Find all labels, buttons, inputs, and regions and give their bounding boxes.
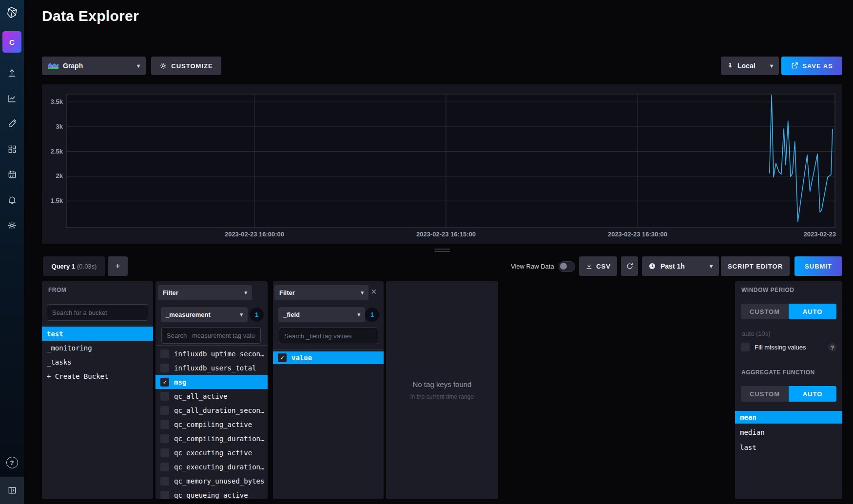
field-key-label: _field [283, 311, 300, 318]
auto-option[interactable]: AUTO [789, 386, 836, 402]
alerts-bell-icon[interactable] [0, 191, 24, 209]
script-editor-button[interactable]: SCRIPT EDITOR [721, 256, 790, 276]
measurement-search-input[interactable] [161, 327, 261, 344]
load-data-upload-icon[interactable] [0, 64, 24, 82]
measurement-item[interactable]: influxdb_users_total [155, 361, 268, 375]
csv-label: CSV [596, 263, 611, 270]
unchecked-checkbox[interactable] [160, 491, 169, 500]
measurement-item[interactable]: qc_compiling_duration… [155, 431, 268, 446]
auto-option[interactable]: AUTO [789, 304, 836, 319]
window-period-mode-toggle[interactable]: CUSTOM AUTO [741, 304, 836, 319]
gear-icon [159, 62, 167, 70]
aggregate-function-item[interactable]: median [735, 426, 842, 439]
download-icon [585, 263, 593, 270]
custom-option[interactable]: CUSTOM [741, 304, 789, 319]
time-range-dropdown[interactable]: Past 1h ▾ [642, 256, 719, 276]
x-axis-tick-label: 2023-02-23 16:00:00 [225, 231, 284, 238]
window-period-panel: WINDOW PERIOD CUSTOM AUTO auto (10s) Fil… [735, 281, 842, 499]
help-icon[interactable]: ? [0, 454, 24, 471]
aggregate-mode-toggle[interactable]: CUSTOM AUTO [741, 386, 836, 402]
auto-window-value: auto (10s) [742, 330, 771, 337]
csv-download-button[interactable]: CSV [579, 256, 617, 276]
bucket-search-input[interactable] [47, 304, 148, 321]
data-explorer-chart-icon[interactable] [0, 90, 24, 107]
chevron-down-icon: ▾ [361, 290, 364, 296]
bucket-item[interactable]: _tasks [42, 355, 153, 369]
fill-missing-checkbox[interactable] [741, 343, 750, 351]
customize-button[interactable]: CUSTOMIZE [151, 57, 221, 75]
measurement-item-label: qc_executing_duration… [174, 463, 264, 471]
unchecked-checkbox[interactable] [160, 434, 169, 443]
dashboards-grid-icon[interactable] [0, 140, 24, 158]
chevron-down-icon: ▾ [137, 62, 140, 69]
measurement-item-label: influxdb_uptime_secon… [174, 350, 264, 358]
notebooks-pencil-icon[interactable] [0, 115, 24, 133]
selected-count-badge: 1 [365, 308, 379, 322]
field-list: ✓value [273, 351, 384, 364]
submit-button[interactable]: SUBMIT [795, 256, 842, 276]
unchecked-checkbox[interactable] [160, 463, 169, 471]
unchecked-checkbox[interactable] [160, 349, 169, 358]
measurement-item[interactable]: ✓msg [155, 375, 268, 389]
resize-drag-handle[interactable] [434, 249, 450, 253]
tasks-calendar-icon[interactable] [0, 166, 24, 183]
unchecked-checkbox[interactable] [160, 364, 169, 372]
unchecked-checkbox[interactable] [160, 406, 169, 415]
bucket-item[interactable]: test [42, 327, 153, 341]
aggregate-function-item-label: mean [740, 413, 756, 421]
add-query-button[interactable]: + [108, 256, 128, 276]
time-series-chart[interactable]: 3.5k3k2.5k2k1.5k2023-02-23 16:00:002023-… [42, 84, 842, 244]
aggregate-function-item[interactable]: last [735, 441, 842, 454]
bucket-item[interactable]: + Create Bucket [42, 369, 153, 383]
measurement-item[interactable]: qc_memory_unused_bytes [155, 474, 268, 488]
measurement-item-label: qc_executing_active [174, 449, 252, 457]
measurement-item[interactable]: qc_executing_active [155, 446, 268, 460]
checked-checkbox[interactable]: ✓ [278, 353, 287, 362]
measurement-item[interactable]: influxdb_uptime_secon… [155, 347, 268, 361]
filter-type-dropdown[interactable]: Filter ▾ [158, 285, 252, 300]
measurement-item[interactable]: qc_all_active [155, 389, 268, 403]
measurement-item-label: qc_memory_unused_bytes [174, 477, 264, 485]
unchecked-checkbox[interactable] [160, 392, 169, 401]
bucket-item-label: _monitoring [47, 344, 92, 352]
org-avatar[interactable]: C [2, 31, 21, 53]
unchecked-checkbox[interactable] [160, 448, 169, 457]
filter-type-dropdown[interactable]: Filter ▾ [274, 285, 368, 300]
bucket-item[interactable]: _monitoring [42, 341, 153, 355]
refresh-icon [626, 262, 634, 270]
divider [273, 349, 384, 350]
measurement-item-label: influxdb_users_total [174, 364, 256, 372]
query-tab[interactable]: Query 1 (0.03s) [43, 256, 105, 276]
custom-option[interactable]: CUSTOM [741, 386, 789, 402]
field-item[interactable]: ✓value [273, 351, 384, 364]
expand-sidebar-icon[interactable] [7, 485, 17, 495]
tag-keys-empty-panel: No tag keys found in the current time ra… [386, 281, 498, 499]
field-key-dropdown[interactable]: _field ▾ [278, 307, 365, 322]
field-search-input[interactable] [279, 328, 378, 344]
measurement-item[interactable]: qc_executing_duration… [155, 460, 268, 474]
aggregate-function-item[interactable]: mean [735, 411, 842, 424]
checked-checkbox[interactable]: ✓ [160, 378, 169, 387]
influxdb-logo-icon[interactable] [0, 4, 24, 21]
save-as-button[interactable]: SAVE AS [781, 57, 842, 75]
empty-state-title: No tag keys found [413, 380, 472, 388]
graph-type-dropdown[interactable]: Graph ▾ [42, 57, 146, 75]
refresh-button[interactable] [621, 256, 638, 276]
close-filter-icon[interactable]: × [371, 286, 377, 297]
measurement-item[interactable]: qc_compiling_active [155, 417, 268, 431]
page-title: Data Explorer [42, 8, 139, 24]
y-axis-tick-label: 2.5k [51, 148, 63, 155]
measurement-item-label: qc_compiling_duration… [174, 435, 264, 443]
y-axis-tick-label: 3.5k [51, 98, 63, 105]
measurement-item[interactable]: qc_all_duration_secon… [155, 403, 268, 417]
plot-area[interactable] [67, 94, 835, 228]
unchecked-checkbox[interactable] [160, 420, 169, 429]
measurement-item[interactable]: qc_queueing_active [155, 488, 268, 499]
help-tooltip-icon[interactable]: ? [828, 343, 836, 351]
measurement-key-dropdown[interactable]: _measurement ▾ [161, 307, 248, 322]
settings-gear-icon[interactable] [0, 216, 24, 234]
unchecked-checkbox[interactable] [160, 477, 169, 485]
local-dropdown[interactable]: Local ▾ [721, 57, 779, 75]
view-raw-data-toggle[interactable] [559, 261, 575, 272]
graph-type-label: Graph [63, 62, 83, 70]
